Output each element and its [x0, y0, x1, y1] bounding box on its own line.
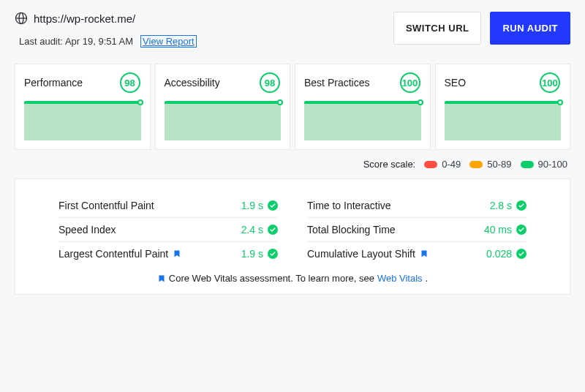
- metric-name: Time to Interactive: [307, 200, 391, 211]
- score-badge: 98: [119, 72, 141, 94]
- card-mini-chart: [165, 101, 282, 140]
- score-scale: Score scale: 0-49 50-89 90-100: [15, 159, 570, 170]
- check-icon: [516, 200, 526, 211]
- swatch-red: [424, 161, 437, 168]
- check-icon: [268, 225, 278, 235]
- check-icon: [516, 225, 526, 235]
- metric-name: Total Blocking Time: [307, 224, 396, 235]
- cwv-period: .: [426, 273, 429, 284]
- card-accessibility[interactable]: Accessibility 98: [155, 64, 291, 150]
- scale-label: Score scale:: [363, 159, 416, 170]
- metric-name: First Contentful Paint: [58, 200, 154, 211]
- check-icon: [268, 200, 278, 211]
- card-mini-chart: [24, 101, 141, 140]
- check-icon: [516, 249, 526, 259]
- metric-row-si: Speed Index 2.4 s: [58, 218, 278, 242]
- view-report-link[interactable]: View Report: [140, 35, 197, 48]
- switch-url-button[interactable]: SWITCH URL: [393, 12, 482, 45]
- swatch-green: [521, 161, 534, 168]
- metric-value: 1.9 s: [241, 248, 263, 260]
- score-badge: 100: [539, 72, 561, 94]
- card-seo[interactable]: SEO 100: [435, 64, 571, 150]
- metric-value: 2.4 s: [241, 224, 263, 235]
- swatch-orange: [469, 161, 483, 168]
- metrics-col-right: Time to Interactive 2.8 s Total Blocking…: [307, 194, 526, 265]
- card-mini-chart: [445, 101, 562, 140]
- globe-icon: [15, 12, 28, 25]
- score-badge: 98: [259, 72, 281, 94]
- check-icon: [268, 249, 278, 259]
- metric-row-tbt: Total Blocking Time 40 ms: [307, 218, 526, 242]
- cwv-text: Core Web Vitals assessment. To learn mor…: [169, 273, 374, 284]
- bookmark-icon: [157, 274, 166, 284]
- web-vitals-link[interactable]: Web Vitals: [377, 273, 423, 284]
- metric-name: Cumulative Layout Shift: [307, 248, 415, 260]
- score-cards: Performance 98 Accessibility 98 Best Pra…: [15, 64, 570, 150]
- bookmark-icon: [420, 249, 429, 259]
- metrics-card: First Contentful Paint 1.9 s Speed Index…: [15, 178, 570, 295]
- card-mini-chart: [304, 101, 421, 140]
- metrics-col-left: First Contentful Paint 1.9 s Speed Index…: [58, 194, 278, 265]
- bookmark-icon: [173, 249, 181, 259]
- card-title: Accessibility: [165, 77, 220, 88]
- cwv-footer: Core Web Vitals assessment. To learn mor…: [30, 273, 555, 284]
- metric-value: 0.028: [486, 248, 512, 260]
- scale-range: 90-100: [538, 159, 567, 170]
- score-badge: 100: [399, 72, 421, 94]
- card-performance[interactable]: Performance 98: [15, 64, 151, 150]
- metric-value: 1.9 s: [241, 200, 263, 211]
- metric-row-cls: Cumulative Layout Shift 0.028: [307, 242, 526, 265]
- scale-range: 50-89: [487, 159, 511, 170]
- card-title: SEO: [445, 77, 467, 88]
- metric-value: 2.8 s: [490, 200, 512, 211]
- metric-name: Speed Index: [58, 224, 116, 235]
- metric-row-lcp: Largest Contentful Paint 1.9 s: [58, 242, 278, 265]
- scale-range: 0-49: [442, 159, 461, 170]
- metric-row-fcp: First Contentful Paint 1.9 s: [58, 194, 278, 218]
- last-audit-label: Last audit: Apr 19, 9:51 AM: [19, 36, 133, 47]
- card-title: Best Practices: [304, 77, 369, 88]
- metric-name: Largest Contentful Paint: [58, 248, 168, 260]
- metric-value: 40 ms: [484, 224, 512, 235]
- card-title: Performance: [24, 77, 83, 88]
- metric-row-tti: Time to Interactive 2.8 s: [307, 194, 526, 218]
- card-best-practices[interactable]: Best Practices 100: [295, 64, 431, 150]
- run-audit-button[interactable]: RUN AUDIT: [490, 12, 570, 45]
- audit-url: https://wp-rocket.me/: [34, 12, 135, 25]
